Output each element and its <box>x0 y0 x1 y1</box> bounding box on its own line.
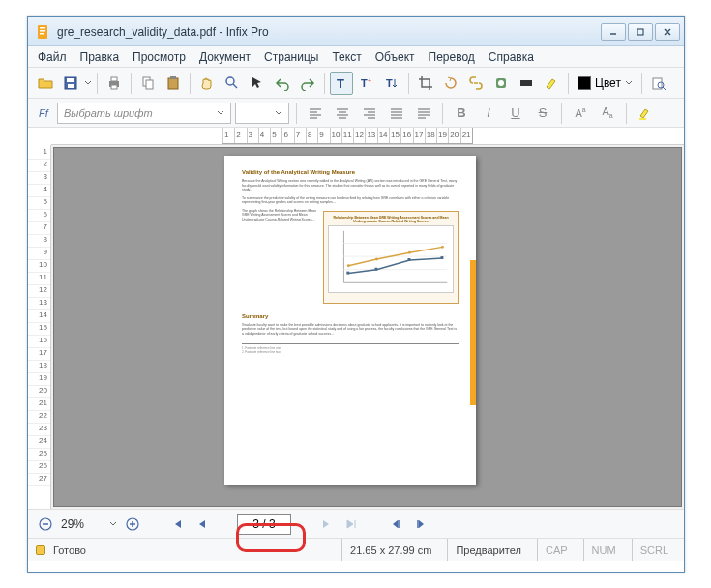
dropdown-icon[interactable] <box>84 79 92 87</box>
svg-rect-5 <box>637 29 643 35</box>
svg-point-59 <box>441 246 444 249</box>
strikethrough-button[interactable]: S <box>531 102 554 125</box>
history-forward-button[interactable] <box>411 514 430 534</box>
text-plus-button[interactable]: T+ <box>355 72 378 95</box>
doc-paragraph: Graduate faculty want to make the best p… <box>242 323 459 337</box>
font-size-select[interactable] <box>235 103 289 124</box>
text-highlight-button[interactable] <box>634 102 657 125</box>
doc-paragraph: Because the Analytical Writing section w… <box>242 179 459 192</box>
color-label-text: Цвет <box>595 76 621 90</box>
svg-text:T: T <box>386 77 393 89</box>
svg-rect-9 <box>67 78 74 82</box>
align-justify-all-button[interactable] <box>412 102 435 125</box>
superscript-button[interactable]: Aa <box>569 102 592 125</box>
menu-translate[interactable]: Перевод <box>429 50 475 64</box>
pdf-page: Validity of the Analytical Writing Measu… <box>224 156 476 485</box>
zoom-in-button[interactable] <box>123 514 142 534</box>
redo-button[interactable] <box>296 72 319 95</box>
svg-text:T: T <box>361 77 368 89</box>
link-button[interactable] <box>464 72 488 95</box>
first-page-button[interactable] <box>167 514 187 534</box>
svg-rect-62 <box>407 258 410 261</box>
text-tool-button[interactable]: T <box>330 72 353 95</box>
save-button[interactable] <box>59 72 82 95</box>
zoom-dropdown[interactable] <box>109 520 117 528</box>
color-swatch-icon <box>578 76 591 90</box>
search-button[interactable] <box>647 72 670 95</box>
menu-edit[interactable]: Правка <box>80 50 120 64</box>
bold-button[interactable]: B <box>450 102 473 125</box>
svg-rect-27 <box>653 78 662 89</box>
page-number-field[interactable]: 3 / 3 <box>237 514 291 535</box>
svg-text:+: + <box>368 77 371 84</box>
copy-button[interactable] <box>136 72 160 95</box>
toolbar-main: T T+ T Цвет <box>28 68 684 99</box>
svg-rect-12 <box>111 77 117 81</box>
font-format-button[interactable]: Ff <box>34 102 53 125</box>
menu-text[interactable]: Текст <box>332 50 361 64</box>
status-ready: Готово <box>53 544 86 556</box>
maximize-button[interactable] <box>628 23 653 41</box>
toolbar-format: Ff Выбрать шрифт B I U S Aa Aa <box>28 99 684 128</box>
status-indicator-icon <box>36 545 45 555</box>
menu-help[interactable]: Справка <box>489 50 534 64</box>
workarea: 1234567891011121314151617181920212223242… <box>28 145 684 509</box>
pointer-tool-button[interactable] <box>246 72 269 95</box>
status-cap: CAP <box>537 539 576 561</box>
open-button[interactable] <box>34 72 57 95</box>
ruler-vertical: 1234567891011121314151617181920212223242… <box>28 145 51 509</box>
font-select[interactable]: Выбрать шрифт <box>57 103 231 124</box>
status-dimensions: 21.65 x 27.99 cm <box>341 539 439 561</box>
next-page-button[interactable] <box>316 514 336 534</box>
align-center-button[interactable] <box>331 102 354 125</box>
align-justify-button[interactable] <box>385 102 408 125</box>
menu-object[interactable]: Объект <box>375 50 415 64</box>
undo-button[interactable] <box>271 72 294 95</box>
navigation-bar: 29% 3 / 3 <box>28 509 684 538</box>
doc-heading: Validity of the Analytical Writing Measu… <box>242 169 459 175</box>
stamp-button[interactable] <box>489 72 513 95</box>
subscript-button[interactable]: Aa <box>596 102 619 125</box>
zoom-out-button[interactable] <box>36 514 55 534</box>
chart-title: Relationship Between Mean GRE Writing As… <box>328 216 454 223</box>
prev-page-button[interactable] <box>193 514 212 534</box>
redact-button[interactable] <box>515 72 538 95</box>
embedded-chart: Relationship Between Mean GRE Writing As… <box>323 211 459 304</box>
ruler-horizontal: 123456789101112131415161718192021 <box>51 128 684 145</box>
svg-rect-3 <box>40 33 44 35</box>
svg-rect-2 <box>40 30 45 32</box>
minimize-button[interactable] <box>601 23 626 41</box>
zoom-tool-button[interactable] <box>221 72 244 95</box>
last-page-button[interactable] <box>341 514 361 534</box>
svg-rect-60 <box>346 271 349 274</box>
print-button[interactable] <box>103 72 126 95</box>
svg-rect-15 <box>146 80 153 89</box>
italic-button[interactable]: I <box>477 102 500 125</box>
close-button[interactable] <box>655 23 680 41</box>
menu-document[interactable]: Документ <box>199 50 251 64</box>
svg-point-56 <box>347 264 350 267</box>
rotate-button[interactable] <box>439 72 462 95</box>
hand-tool-button[interactable] <box>195 72 219 95</box>
highlight-button[interactable] <box>540 72 563 95</box>
color-picker[interactable]: Цвет <box>574 76 637 90</box>
status-preview: Предварител <box>447 539 529 561</box>
statusbar: Готово 21.65 x 27.99 cm Предварител CAP … <box>28 538 684 561</box>
align-right-button[interactable] <box>358 102 381 125</box>
document-canvas[interactable]: Validity of the Analytical Writing Measu… <box>53 147 682 507</box>
align-left-button[interactable] <box>304 102 327 125</box>
history-back-button[interactable] <box>386 514 405 534</box>
menu-file[interactable]: Файл <box>38 50 67 64</box>
underline-button[interactable]: U <box>504 102 527 125</box>
svg-rect-10 <box>68 84 74 88</box>
vertical-text-button[interactable]: T <box>380 72 403 95</box>
paste-button[interactable] <box>162 72 185 95</box>
app-icon <box>36 24 51 40</box>
svg-point-25 <box>498 80 504 86</box>
window-title: gre_research_validity_data.pdf - Infix P… <box>57 25 601 39</box>
menu-pages[interactable]: Страницы <box>264 50 318 64</box>
svg-rect-61 <box>374 267 377 270</box>
svg-rect-63 <box>440 256 443 259</box>
crop-tool-button[interactable] <box>414 72 437 95</box>
menu-view[interactable]: Просмотр <box>133 50 186 64</box>
